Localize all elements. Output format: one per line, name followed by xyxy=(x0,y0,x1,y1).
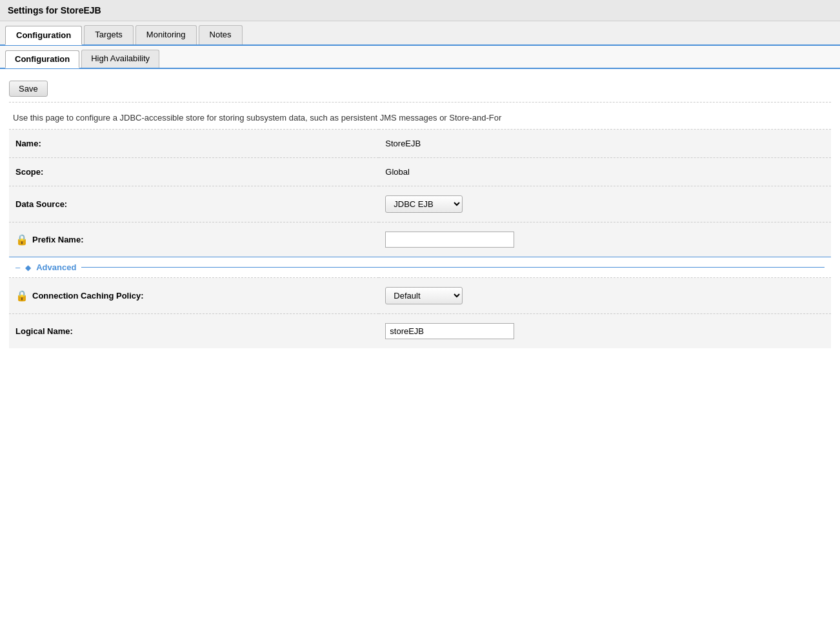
field-label-scope: Scope: xyxy=(15,167,43,177)
logical-name-input[interactable] xyxy=(385,323,514,339)
save-button[interactable]: Save xyxy=(9,81,48,97)
field-value-scope: Global xyxy=(385,167,410,177)
field-label-logical-name: Logical Name: xyxy=(15,326,73,336)
lock-icon xyxy=(15,233,28,246)
page-title-bar: Settings for StoreEJB xyxy=(0,0,840,21)
content-area: Save Use this page to configure a JDBC-a… xyxy=(0,69,840,355)
page-title: Settings for StoreEJB xyxy=(8,5,101,15)
lock-icon-caching xyxy=(15,290,28,302)
sub-tab-high-availability[interactable]: High Availability xyxy=(81,50,159,68)
field-label-prefix-name: Prefix Name: xyxy=(15,233,372,246)
form-row-name: Name: StoreEJB xyxy=(9,130,831,158)
sub-tab-configuration[interactable]: Configuration xyxy=(5,50,79,68)
description-text: Use this page to configure a JDBC-access… xyxy=(9,109,831,129)
advanced-line xyxy=(81,267,825,268)
tab-monitoring[interactable]: Monitoring xyxy=(135,25,197,44)
diamond-icon: ◆ xyxy=(25,263,31,272)
form-row-data-source: Data Source: JDBC EJB xyxy=(9,186,831,222)
field-label-caching-policy: Connection Caching Policy: xyxy=(15,290,372,302)
field-value-name: StoreEJB xyxy=(385,139,421,148)
tab-configuration[interactable]: Configuration xyxy=(5,26,82,45)
field-label-data-source: Data Source: xyxy=(15,199,67,209)
data-source-select[interactable]: JDBC EJB xyxy=(385,195,463,213)
form-row-scope: Scope: Global xyxy=(9,158,831,186)
advanced-section: – ◆ Advanced Connection Caching Policy: … xyxy=(9,257,831,348)
tab-notes[interactable]: Notes xyxy=(199,25,243,44)
tab-bar: Configuration Targets Monitoring Notes xyxy=(0,21,840,46)
form-row-prefix-name: Prefix Name: xyxy=(9,222,831,257)
sub-tab-bar: Configuration High Availability xyxy=(0,46,840,69)
advanced-dash-left: – xyxy=(15,262,20,272)
prefix-name-input[interactable] xyxy=(385,232,514,248)
advanced-form-table: Connection Caching Policy: Default Logic… xyxy=(9,277,831,348)
form-row-caching-policy: Connection Caching Policy: Default xyxy=(9,278,831,314)
advanced-label: Advanced xyxy=(36,262,76,272)
caching-policy-select[interactable]: Default xyxy=(385,287,463,304)
tab-targets[interactable]: Targets xyxy=(84,25,134,44)
advanced-header: – ◆ Advanced xyxy=(9,257,831,277)
save-bar: Save xyxy=(9,75,831,103)
form-row-logical-name: Logical Name: xyxy=(9,314,831,349)
form-table: Name: StoreEJB Scope: Global Data Source… xyxy=(9,129,831,257)
field-label-name: Name: xyxy=(15,139,41,148)
